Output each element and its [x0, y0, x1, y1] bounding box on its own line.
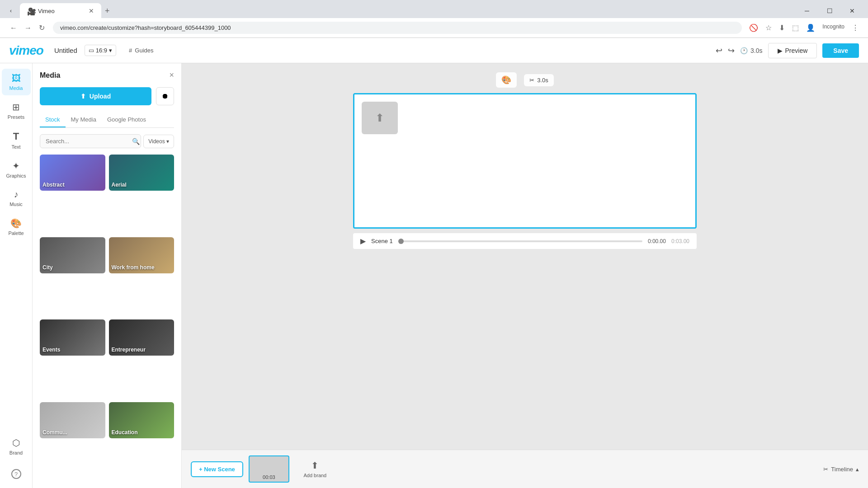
media-card-community[interactable]: Commu...: [40, 402, 105, 438]
filter-dropdown[interactable]: Videos ▾: [143, 135, 174, 148]
profile-icon[interactable]: 👤: [804, 22, 817, 34]
add-brand-label: Add brand: [303, 473, 326, 478]
timeline-handle[interactable]: [398, 239, 404, 244]
sidebar-item-palette[interactable]: 🎨 Palette: [2, 213, 31, 240]
sidebar-item-brand[interactable]: ⬡ Brand: [2, 433, 31, 460]
timeline-controls: ▶ Scene 1 0:00.00 0:03.00: [353, 233, 697, 249]
media-card-events[interactable]: Events: [40, 319, 105, 356]
extensions-icon[interactable]: ⬚: [790, 22, 801, 34]
scissors-icon: ✂: [529, 77, 534, 84]
sidebar-item-media[interactable]: 🖼 Media: [2, 69, 31, 95]
close-button[interactable]: ✕: [842, 4, 863, 18]
help-icon[interactable]: ?: [11, 469, 21, 479]
tab-google-photos[interactable]: Google Photos: [102, 113, 151, 127]
media-card-city[interactable]: City: [40, 237, 105, 273]
save-button[interactable]: Save: [822, 43, 859, 58]
preview-play-icon: ▶: [778, 47, 783, 54]
canvas-area: 🎨 ✂ 3.0s ⬆ ▶ Scene 1: [182, 63, 868, 450]
grid-icon: #: [129, 47, 132, 54]
text-icon: T: [13, 131, 19, 142]
tab-back-btn[interactable]: ‹: [5, 5, 16, 16]
scissors-button[interactable]: ✂ 3.0s: [524, 74, 554, 86]
media-card-entrepreneur[interactable]: Entrepreneur: [109, 319, 175, 356]
bottom-strip: + New Scene 00:03 ⬆ Add brand ✂ Timeline…: [182, 450, 868, 488]
project-title[interactable]: Untitled: [54, 47, 77, 54]
media-panel: Media × ⬆ Upload ⏺ Stock My Media Google…: [33, 63, 182, 488]
sidebar: 🖼 Media ⊞ Presets T Text ✦ Graphics ♪ Mu…: [0, 63, 33, 488]
scene-label: Scene 1: [371, 238, 393, 244]
add-brand-icon: ⬆: [311, 460, 319, 471]
scene-thumbnail-1[interactable]: 00:03: [249, 455, 289, 483]
timeline-bar[interactable]: [398, 240, 642, 242]
media-icon: 🖼: [12, 73, 21, 84]
presets-icon: ⊞: [12, 102, 20, 113]
media-panel-title: Media: [40, 71, 60, 80]
maximize-button[interactable]: ☐: [819, 4, 840, 18]
record-button[interactable]: ⏺: [156, 87, 174, 105]
sidebar-item-presets[interactable]: ⊞ Presets: [2, 97, 31, 124]
brand-icon: ⬡: [12, 437, 20, 448]
upload-placeholder-icon: ⬆: [375, 112, 384, 124]
media-card-aerial[interactable]: Aerial: [109, 155, 175, 191]
add-brand-button[interactable]: ⬆ Add brand: [295, 455, 335, 483]
menu-icon[interactable]: ⋮: [850, 22, 861, 34]
minimize-button[interactable]: ─: [797, 4, 817, 18]
card-label-city: City: [42, 264, 103, 271]
redo-button[interactable]: ↪: [728, 46, 735, 56]
eyeslash-icon: 🚫: [747, 22, 760, 34]
clock-icon: 🕐: [740, 47, 748, 54]
card-label-events: Events: [42, 347, 103, 353]
chevron-down-icon: ▾: [109, 47, 112, 54]
aspect-ratio-selector[interactable]: ▭ 16:9 ▾: [85, 45, 116, 56]
back-button[interactable]: ←: [7, 22, 20, 34]
canvas[interactable]: ⬆: [353, 93, 697, 229]
sidebar-item-music[interactable]: ♪ Music: [2, 185, 31, 211]
media-card-education[interactable]: Education: [109, 402, 175, 438]
bookmark-icon[interactable]: ☆: [764, 22, 774, 34]
sidebar-item-graphics[interactable]: ✦ Graphics: [2, 156, 31, 183]
search-icon: 🔍: [132, 138, 140, 145]
tab-close-icon[interactable]: ✕: [89, 7, 94, 14]
duration-value: 3.0s: [750, 47, 762, 54]
timeline-toggle-button[interactable]: ✂ Timeline ▴: [823, 466, 859, 473]
scissors-timeline-icon: ✂: [823, 466, 828, 473]
undo-button[interactable]: ↩: [716, 46, 722, 56]
media-tabs: Stock My Media Google Photos: [40, 113, 174, 128]
new-tab-button[interactable]: +: [101, 4, 113, 19]
record-icon: ⏺: [161, 92, 169, 100]
card-label-entrepreneur: Entrepreneur: [112, 347, 172, 353]
incognito-label: Incognito: [821, 22, 846, 34]
new-scene-button[interactable]: + New Scene: [191, 461, 243, 477]
card-label-aerial: Aerial: [112, 182, 172, 188]
card-label-education: Education: [112, 429, 172, 436]
refresh-button[interactable]: ↻: [36, 22, 47, 34]
preview-button[interactable]: ▶ Preview: [768, 43, 817, 58]
address-bar[interactable]: [53, 22, 742, 34]
tab-stock[interactable]: Stock: [40, 113, 66, 127]
music-icon: ♪: [14, 189, 19, 200]
media-card-abstract[interactable]: Abstract: [40, 155, 105, 191]
download-icon[interactable]: ⬇: [777, 22, 787, 34]
tab-my-media[interactable]: My Media: [66, 113, 102, 127]
search-input[interactable]: [40, 134, 141, 148]
color-wheel-button[interactable]: 🎨: [496, 72, 517, 88]
upload-button[interactable]: ⬆ Upload: [40, 87, 151, 105]
help-button[interactable]: ?: [8, 465, 25, 483]
canvas-media-placeholder[interactable]: ⬆: [362, 102, 398, 134]
media-card-work[interactable]: Work from home: [109, 237, 175, 273]
card-label-community: Commu...: [42, 429, 103, 436]
total-time: 0:03.00: [671, 238, 689, 244]
scene-thumb-time: 00:03: [263, 474, 275, 480]
forward-button[interactable]: →: [22, 22, 34, 34]
aspect-icon: ▭: [89, 47, 94, 54]
play-button[interactable]: ▶: [360, 237, 366, 245]
app-toolbar: vimeo Untitled ▭ 16:9 ▾ # Guides ↩ ↪ 🕐 3…: [0, 38, 868, 63]
browser-tab-vimeo[interactable]: 🎥 Vimeo ✕: [20, 3, 101, 19]
duration-display: 🕐 3.0s: [740, 47, 762, 54]
tab-title: Vimeo: [38, 8, 85, 14]
vimeo-logo: vimeo: [9, 43, 43, 58]
guides-button[interactable]: # Guides: [123, 45, 159, 56]
media-panel-close-button[interactable]: ×: [169, 70, 174, 80]
sidebar-item-text[interactable]: T Text: [2, 126, 31, 154]
graphics-icon: ✦: [12, 160, 20, 171]
